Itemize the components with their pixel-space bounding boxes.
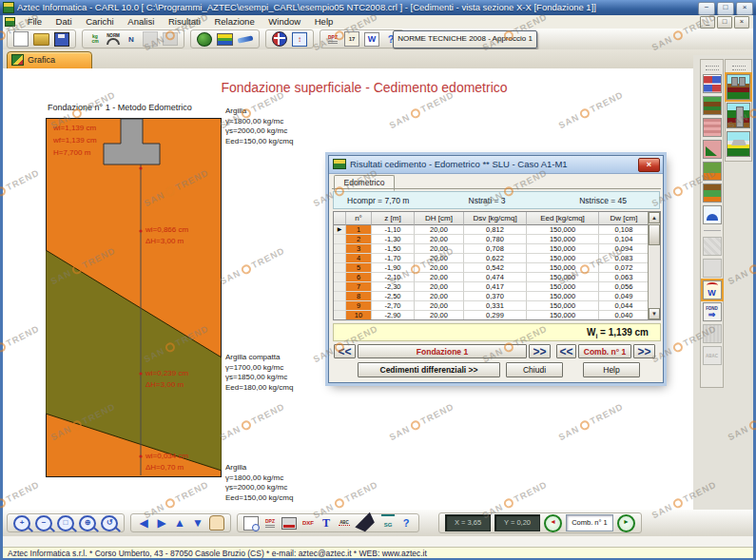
table-row[interactable]: 10-2,9020,000,299150,0000,040 — [334, 311, 660, 320]
menu-dati[interactable]: Dati — [50, 15, 78, 29]
table-row[interactable]: 4-1,7020,000,622150,0000,083 — [334, 254, 660, 263]
fond-nav-icon[interactable]: FOND — [703, 302, 722, 321]
foundation-strip-icon[interactable] — [727, 131, 750, 157]
pan-down-icon[interactable]: ▼ — [191, 515, 204, 531]
previous-combination-button[interactable]: ◄ — [544, 514, 562, 532]
dxf-export-icon[interactable]: DXF — [301, 515, 315, 531]
row-selector[interactable] — [334, 282, 346, 292]
comb-prev-button[interactable]: << — [556, 344, 576, 358]
table-row[interactable]: ▶1-1,1020,000,812150,0000,108 — [334, 225, 660, 235]
mdi-close-button[interactable]: × — [734, 16, 749, 29]
open-folder-icon[interactable] — [33, 33, 49, 46]
zoom-page-icon[interactable]: □ — [57, 515, 74, 531]
menu-window[interactable]: Window — [262, 15, 306, 29]
fondazione-next-button[interactable]: >> — [529, 344, 551, 358]
column-header[interactable]: DH [cm] — [415, 212, 464, 225]
menu-analisi[interactable]: Analisi — [122, 15, 160, 29]
menu-risultati[interactable]: Risultati — [163, 15, 206, 29]
save-icon[interactable] — [54, 32, 69, 47]
computation-time-icon[interactable]: 17 — [344, 31, 359, 47]
pan-hand-icon[interactable] — [209, 515, 224, 531]
mdi-restore-button[interactable]: □ — [717, 16, 732, 29]
column-header[interactable]: Dsv [kg/cmq] — [464, 212, 527, 225]
dpz-export-icon[interactable]: DPZ — [326, 31, 339, 47]
zoom-extents-icon[interactable]: ⊕ — [79, 515, 96, 531]
mdi-minimize-button[interactable]: _ — [700, 16, 715, 29]
load-n-icon[interactable]: N — [125, 31, 138, 47]
table-row[interactable]: 3-1,5020,000,708150,0000,094 — [334, 244, 660, 254]
pan-left-icon[interactable]: ◀ — [137, 515, 150, 531]
toolbar-grip[interactable] — [706, 66, 719, 70]
menu-carichi[interactable]: Carichi — [80, 15, 120, 29]
menu-help[interactable]: Help — [309, 15, 339, 29]
chiudi-button[interactable]: Chiudi — [506, 362, 563, 377]
toolbar-grip[interactable] — [732, 66, 746, 70]
row-selector[interactable] — [334, 254, 346, 263]
cedimenti-differenziali-button[interactable]: Cedimenti differenziali >> — [358, 362, 500, 377]
dpz-icon[interactable]: DPZ — [263, 515, 277, 531]
foundation-pile-icon[interactable] — [727, 103, 750, 128]
vegetation-icon[interactable] — [197, 32, 212, 47]
embankment-icon[interactable] — [703, 183, 722, 203]
new-file-icon[interactable] — [13, 31, 29, 47]
gravel-layer-icon[interactable] — [703, 162, 722, 181]
row-selector[interactable] — [334, 235, 346, 244]
plot-icon[interactable] — [281, 517, 297, 530]
menu-file[interactable]: File — [22, 15, 48, 29]
dialog-title-bar[interactable]: Risultati cedimento - Edometrico ** SLU … — [329, 156, 663, 174]
column-header[interactable]: n° — [346, 212, 372, 225]
fondazione-prev-button[interactable]: << — [334, 344, 356, 358]
comb-selector[interactable]: Comb. n° 1 — [578, 344, 631, 358]
materials-palette-icon[interactable] — [703, 74, 722, 93]
norme-tecniche-button[interactable]: NORME TECNICHE 2008 - Approccio 1 — [393, 30, 537, 48]
globe-icon[interactable] — [272, 31, 287, 47]
section-line-icon[interactable] — [238, 35, 254, 43]
table-row[interactable]: 2-1,3020,000,780150,0000,104 — [334, 235, 660, 244]
units-kgcm-icon[interactable]: kg cm — [88, 31, 102, 47]
window-update-icon[interactable]: ↕ — [292, 32, 307, 47]
spell-abc-icon[interactable]: ABC — [338, 515, 351, 531]
table-row[interactable]: 8-2,5020,000,370150,0000,049 — [334, 292, 660, 301]
row-selector[interactable] — [334, 311, 346, 320]
row-selector[interactable] — [334, 263, 346, 273]
menu-relazione[interactable]: Relazione — [208, 15, 260, 29]
column-header[interactable]: Dw [cm] — [599, 212, 649, 225]
column-header[interactable] — [334, 212, 346, 225]
help-button[interactable]: Help — [583, 362, 640, 377]
tab-grafica[interactable]: Grafica — [7, 51, 92, 70]
pan-right-icon[interactable]: ▶ — [155, 515, 168, 531]
table-scrollbar[interactable]: ▲ ▼ — [648, 212, 660, 319]
scroll-down-arrow[interactable]: ▼ — [649, 308, 660, 319]
soil-layers-icon[interactable] — [217, 33, 233, 46]
table-row[interactable]: 9-2,7020,000,331150,0000,044 — [334, 301, 660, 311]
next-combination-button[interactable]: ► — [617, 514, 635, 532]
scrollbar-thumb[interactable] — [649, 224, 660, 245]
print-preview-icon[interactable] — [243, 516, 259, 531]
zoom-in-icon[interactable]: + — [13, 515, 30, 531]
scroll-up-arrow[interactable]: ▲ — [649, 212, 660, 223]
row-selector[interactable] — [334, 244, 346, 254]
load-plate-icon[interactable] — [703, 205, 722, 224]
foundation-plinth-icon[interactable] — [727, 74, 750, 100]
row-selector[interactable] — [334, 273, 346, 282]
column-header[interactable]: z [m] — [372, 212, 415, 225]
pen-icon[interactable] — [355, 512, 377, 533]
settlement-w-icon[interactable]: W — [703, 280, 722, 299]
zoom-previous-icon[interactable]: ↺ — [101, 515, 118, 531]
norm-binoculars-icon[interactable]: NORM — [107, 31, 120, 47]
help-icon[interactable]: ? — [399, 515, 413, 531]
row-selector[interactable]: ▶ — [334, 225, 346, 235]
column-header[interactable]: Eed [kg/cmq] — [527, 212, 599, 225]
zoom-out-icon[interactable]: − — [35, 515, 52, 531]
fondazione-selector[interactable]: Fondazione 1 — [358, 344, 527, 358]
text-icon[interactable]: T — [320, 515, 333, 531]
title-bar[interactable]: Aztec Informatica - CARL 10.0 [ C:\Progr… — [0, 0, 756, 15]
sg-icon[interactable]: SG — [381, 514, 395, 532]
pan-up-icon[interactable]: ▲ — [173, 515, 186, 531]
stratigraphy-icon[interactable] — [703, 96, 722, 115]
word-export-icon[interactable]: W — [364, 32, 379, 47]
results-table[interactable]: ▲ ▼ n°z [m]DH [cm]Dsv [kg/cmq]Eed [kg/cm… — [333, 211, 661, 320]
soil-texture-icon[interactable] — [703, 118, 722, 137]
row-selector[interactable] — [334, 292, 346, 301]
row-selector[interactable] — [334, 301, 346, 311]
